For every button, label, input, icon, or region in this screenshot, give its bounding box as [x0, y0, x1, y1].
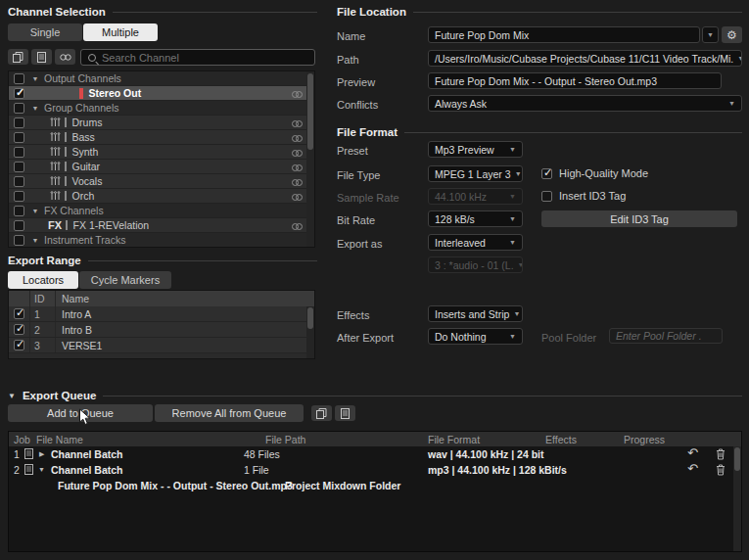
link-channels-button[interactable] — [55, 49, 75, 65]
bit-rate-value: 128 kB/s — [435, 213, 475, 225]
channel-selection-header: Channel Selection — [8, 5, 317, 19]
bit-rate-dropdown[interactable]: 128 kB/s ▼ — [428, 210, 523, 227]
trash-icon[interactable] — [716, 448, 726, 462]
copy-selection-button[interactable] — [8, 49, 28, 65]
group-label: Instrument Tracks — [44, 234, 125, 246]
channel-row-drums[interactable]: Drums — [9, 116, 314, 130]
queue-job-row[interactable]: 1 ▶ Channel Batch 48 Files wav | 44.100 … — [9, 446, 741, 462]
tab-locators[interactable]: Locators — [8, 271, 78, 289]
channel-row-fx1[interactable]: FX FX 1-REVelation — [9, 218, 314, 233]
link-icon[interactable] — [292, 120, 303, 127]
link-icon[interactable] — [292, 91, 303, 98]
name-options-button[interactable]: ⚙ — [722, 26, 742, 43]
file-location-header: File Location — [337, 5, 742, 19]
channel-row-bass[interactable]: Bass — [9, 130, 314, 145]
queue-job-row[interactable]: 2 ▼ Channel Batch 1 File mp3 | 44.100 kH… — [9, 462, 741, 478]
tab-multiple[interactable]: Multiple — [83, 23, 158, 41]
checkbox[interactable] — [14, 235, 24, 246]
link-icon[interactable] — [292, 194, 303, 201]
preset-dropdown[interactable]: Mp3 Preview ▼ — [428, 141, 523, 158]
expand-icon[interactable]: ▶ — [39, 450, 44, 458]
chevron-down-icon: ▼ — [505, 193, 516, 200]
chevron-down-icon: ▼ — [505, 215, 516, 222]
trash-icon[interactable] — [716, 464, 726, 478]
insert-id3-tag-option[interactable]: Insert ID3 Tag — [541, 190, 626, 202]
range-row[interactable]: 2 Intro B — [9, 322, 314, 338]
group-channel-icon — [50, 117, 61, 128]
link-icon[interactable] — [292, 150, 303, 157]
scrollbar-thumb[interactable] — [307, 307, 313, 329]
checkbox[interactable] — [14, 324, 24, 335]
checkbox[interactable] — [14, 340, 24, 350]
queue-scrollbar[interactable] — [733, 446, 741, 551]
channel-row-orch[interactable]: Orch — [9, 189, 314, 204]
collapse-icon[interactable]: ▼ — [31, 75, 39, 82]
checkbox[interactable] — [14, 162, 24, 172]
link-icon[interactable] — [292, 179, 303, 186]
path-dropdown[interactable]: /Users/Iro/Music/Cubase Projects/Cubase … — [428, 50, 742, 67]
scrollbar-thumb[interactable] — [734, 447, 740, 471]
checkbox[interactable] — [14, 103, 24, 114]
scrollbar-thumb[interactable] — [307, 73, 313, 150]
checkbox[interactable] — [14, 88, 24, 99]
group-row-group-channels[interactable]: ▼ Group Channels — [9, 101, 314, 116]
channel-row-vocals[interactable]: Vocals — [9, 174, 314, 189]
job-file-count: 1 File — [244, 464, 269, 476]
checkbox[interactable] — [14, 132, 24, 143]
tab-single[interactable]: Single — [8, 23, 82, 41]
collapse-icon[interactable]: ▼ — [31, 237, 39, 244]
undo-icon[interactable]: ↶ — [687, 447, 698, 458]
checkbox[interactable] — [14, 191, 24, 202]
channel-search[interactable] — [80, 49, 315, 66]
conflicts-dropdown[interactable]: Always Ask ▼ — [428, 95, 742, 112]
checkbox[interactable] — [14, 117, 24, 128]
paste-selection-button[interactable] — [31, 49, 52, 65]
link-icon[interactable] — [292, 223, 303, 230]
after-export-dropdown[interactable]: Do Nothing ▼ — [428, 328, 523, 345]
channel-row-guitar[interactable]: Guitar — [9, 160, 314, 174]
checkbox[interactable] — [541, 191, 552, 202]
channel-list-scrollbar[interactable] — [306, 71, 314, 247]
export-as-dropdown[interactable]: Interleaved ▼ — [428, 234, 523, 251]
checkbox[interactable] — [14, 206, 24, 216]
separator — [65, 147, 67, 157]
collapse-icon[interactable]: ▼ — [38, 466, 45, 473]
tab-cycle-markers[interactable]: Cycle Markers — [79, 271, 171, 289]
high-quality-mode-option[interactable]: High-Quality Mode — [541, 167, 648, 179]
range-row[interactable]: 3 VERSE1 — [9, 338, 314, 353]
channel-row-stereo-out[interactable]: Stereo Out — [9, 86, 314, 101]
group-channel-icon — [50, 132, 61, 143]
pool-folder-input[interactable] — [609, 328, 723, 344]
queue-file-row[interactable]: Future Pop Dom Mix - - Output - Stereo O… — [9, 478, 741, 493]
edit-id3-tag-button[interactable]: Edit ID3 Tag — [541, 210, 737, 227]
after-export-value: Do Nothing — [435, 331, 487, 343]
link-icon[interactable] — [292, 135, 303, 142]
file-name-input[interactable] — [428, 26, 700, 43]
checkbox[interactable] — [14, 308, 24, 319]
file-type-dropdown[interactable]: MPEG 1 Layer 3 ▼ — [428, 165, 523, 182]
collapse-icon[interactable]: ▼ — [8, 392, 16, 400]
link-icon[interactable] — [292, 164, 303, 171]
queue-copy-button[interactable] — [311, 405, 332, 421]
undo-icon[interactable]: ↶ — [687, 463, 698, 474]
remove-all-from-queue-button[interactable]: Remove All from Queue — [155, 404, 304, 422]
group-row-fx-channels[interactable]: ▼ FX Channels — [9, 204, 314, 218]
checkbox[interactable] — [14, 147, 24, 158]
group-row-instrument-tracks[interactable]: ▼ Instrument Tracks — [9, 233, 314, 248]
channel-row-synth[interactable]: Synth — [9, 145, 314, 160]
search-input[interactable] — [102, 52, 307, 64]
collapse-icon[interactable]: ▼ — [31, 105, 39, 112]
channel-color-bar — [79, 88, 83, 99]
range-row[interactable]: 1 Intro A — [9, 306, 314, 322]
queue-document-button[interactable] — [335, 405, 355, 421]
group-row-output-channels[interactable]: ▼ Output Channels — [9, 71, 314, 86]
name-history-dropdown[interactable]: ▼ — [702, 26, 719, 43]
range-table-scrollbar[interactable] — [306, 306, 314, 358]
checkbox[interactable] — [14, 73, 24, 84]
checkbox[interactable] — [14, 176, 24, 187]
collapse-icon[interactable]: ▼ — [31, 208, 39, 214]
checkbox[interactable] — [14, 220, 24, 231]
file-type-label: File Type — [337, 169, 380, 181]
effects-dropdown[interactable]: Inserts and Strip ▼ — [428, 305, 523, 322]
checkbox[interactable] — [541, 168, 552, 179]
